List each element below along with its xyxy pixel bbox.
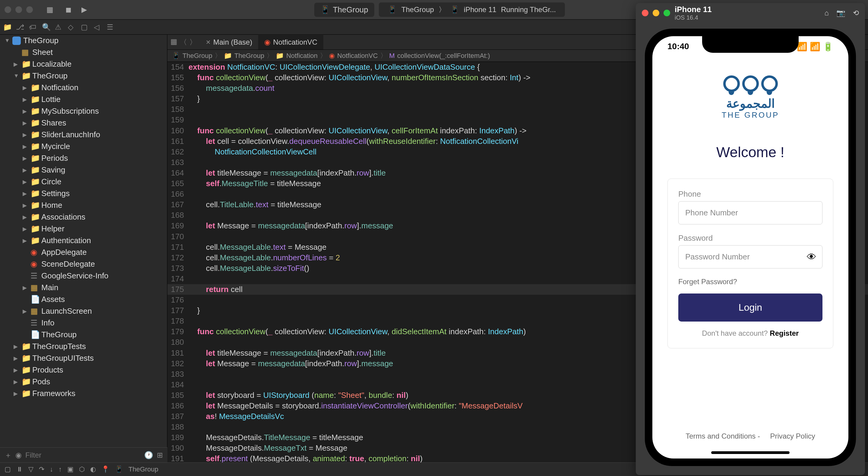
disclosure-triangle[interactable]: ▼	[13, 73, 19, 79]
sim-close-button[interactable]	[642, 10, 648, 16]
disclosure-triangle[interactable]: ▶	[23, 308, 28, 315]
issue-navigator-icon[interactable]: ⚠	[55, 23, 63, 31]
disclosure-triangle[interactable]: ▶	[23, 85, 28, 91]
home-indicator[interactable]	[711, 451, 789, 454]
tree-item-frameworks[interactable]: ▶📁Frameworks	[0, 388, 167, 399]
disclosure-triangle[interactable]: ▶	[23, 155, 28, 162]
add-icon[interactable]: ＋	[4, 450, 12, 460]
tree-item-thegroup[interactable]: 📄TheGroup	[0, 329, 167, 340]
tree-item-mysubscriptions[interactable]: ▶📁MySubscriptions	[0, 105, 167, 117]
filter-input[interactable]	[25, 451, 141, 459]
report-navigator-icon[interactable]: ☰	[107, 23, 115, 31]
breadcrumb-segment[interactable]: Notfication	[286, 52, 318, 60]
breadcrumb-segment[interactable]: TheGroup	[234, 52, 264, 60]
tree-item-thegroupuitests[interactable]: ▶📁TheGroupUITests	[0, 352, 167, 364]
sim-minimize-button[interactable]	[653, 10, 659, 16]
minimize-window-button[interactable]	[16, 6, 22, 13]
recent-icon[interactable]: 🕐	[144, 451, 153, 459]
tree-item-products[interactable]: ▶📁Products	[0, 364, 167, 376]
disclosure-triangle[interactable]: ▶	[23, 190, 28, 197]
tree-item-helper[interactable]: ▶📁Helper	[0, 223, 167, 235]
tab-main-storyboard[interactable]: ✕ Main (Base)	[200, 35, 258, 50]
terms-link[interactable]: Terms and Conditions -	[685, 432, 760, 440]
tree-item-assets[interactable]: 📄Assets	[0, 294, 167, 305]
tree-item-appdelegate[interactable]: ◉AppDelegate	[0, 246, 167, 258]
tree-item-settings[interactable]: ▶📁Settings	[0, 188, 167, 199]
tree-item-notfication[interactable]: ▶📁Notfication	[0, 82, 167, 93]
tree-item-launchscreen[interactable]: ▶▦LaunchScreen	[0, 305, 167, 317]
hide-debug-icon[interactable]: ▢	[4, 466, 11, 473]
tree-item-localizable[interactable]: ▶📁Localizable	[0, 58, 167, 70]
tree-item-circle[interactable]: ▶📁Circle	[0, 176, 167, 188]
activity-viewer[interactable]: 📱 TheGroup 〉 📱 iPhone 11 Running TheGr..…	[379, 2, 565, 17]
disclosure-triangle[interactable]: ▶	[13, 343, 19, 350]
environment-icon[interactable]: ◐	[90, 466, 96, 473]
disclosure-triangle[interactable]: ▶	[23, 179, 28, 185]
sidebar-toggle-icon[interactable]: ▦	[45, 5, 55, 14]
tree-item-pods[interactable]: ▶📁Pods	[0, 376, 167, 388]
test-navigator-icon[interactable]: ◇	[68, 23, 76, 31]
privacy-link[interactable]: Privacy Policy	[770, 432, 815, 440]
related-items-icon[interactable]: ▦	[170, 37, 177, 47]
tree-item-thegroup[interactable]: ▼TheGroup	[0, 35, 167, 47]
tree-item-sliderlanuchinfo[interactable]: ▶📁SliderLanuchInfo	[0, 129, 167, 141]
tree-item-lottie[interactable]: ▶📁Lottie	[0, 93, 167, 105]
tree-item-sheet[interactable]: ▦Sheet	[0, 47, 167, 58]
debug-navigator-icon[interactable]: ▢	[81, 23, 89, 31]
disclosure-triangle[interactable]: ▶	[23, 285, 28, 291]
stop-button[interactable]: ◼	[64, 5, 73, 14]
project-navigator-icon[interactable]: 📁	[3, 23, 11, 31]
tree-item-main[interactable]: ▶▦Main	[0, 282, 167, 294]
sim-zoom-button[interactable]	[663, 10, 670, 16]
password-input[interactable]: Password Number	[678, 245, 823, 268]
disclosure-triangle[interactable]: ▶	[23, 131, 28, 138]
disclosure-triangle[interactable]: ▶	[23, 214, 28, 220]
tree-item-googleservice-info[interactable]: ☰GoogleService-Info	[0, 270, 167, 282]
step-into-icon[interactable]: ↓	[50, 466, 53, 473]
phone-input[interactable]: Phone Number	[678, 201, 823, 225]
device-screen[interactable]: 10:40 📶 📶 🔋 المجموعة THE GROUP Welcome !	[652, 36, 848, 458]
breadcrumb-segment[interactable]: NotficationVC	[337, 52, 378, 60]
tree-item-home[interactable]: ▶📁Home	[0, 199, 167, 211]
disclosure-triangle[interactable]: ▶	[13, 355, 19, 362]
disclosure-triangle[interactable]: ▶	[23, 120, 28, 126]
tree-item-periods[interactable]: ▶📁Periods	[0, 152, 167, 164]
process-icon[interactable]: 📱	[115, 466, 123, 473]
close-tab-icon[interactable]: ✕	[206, 39, 211, 46]
screenshot-icon[interactable]: 📷	[836, 9, 845, 17]
run-button[interactable]: ▶	[79, 5, 89, 14]
source-control-icon[interactable]: ⎇	[16, 23, 25, 31]
debug-view-icon[interactable]: ▣	[67, 466, 73, 473]
breadcrumb-segment[interactable]: collectionView(_:cellForItemAt:)	[397, 52, 490, 60]
disclosure-triangle[interactable]: ▶	[13, 61, 19, 67]
register-link[interactable]: Register	[770, 329, 799, 337]
tree-item-authentication[interactable]: ▶📁Authentication	[0, 235, 167, 246]
disclosure-triangle[interactable]: ▶	[23, 108, 28, 115]
tree-item-associations[interactable]: ▶📁Associations	[0, 211, 167, 223]
show-password-icon[interactable]: 👁	[807, 251, 816, 262]
disclosure-triangle[interactable]: ▶	[23, 202, 28, 209]
breadcrumb-segment[interactable]: TheGroup	[183, 52, 212, 60]
scm-icon[interactable]: ⊞	[157, 451, 163, 459]
disclosure-triangle[interactable]: ▶	[23, 143, 28, 150]
rotate-icon[interactable]: ⟲	[853, 9, 859, 17]
tree-item-thegrouptests[interactable]: ▶📁TheGroupTests	[0, 340, 167, 352]
tree-item-mycircle[interactable]: ▶📁Mycircle	[0, 141, 167, 152]
project-navigator[interactable]: ▼TheGroup▦Sheet▶📁Localizable▼📁TheGroup▶📁…	[0, 35, 167, 463]
home-icon[interactable]: ⌂	[825, 9, 829, 17]
continue-icon[interactable]: ▽	[28, 466, 33, 473]
disclosure-triangle[interactable]: ▶	[13, 390, 19, 397]
disclosure-triangle[interactable]: ▶	[23, 226, 28, 232]
tree-item-saving[interactable]: ▶📁Saving	[0, 164, 167, 176]
find-navigator-icon[interactable]: 🔍	[42, 23, 50, 31]
close-window-button[interactable]	[4, 6, 11, 13]
memory-graph-icon[interactable]: ⬡	[79, 466, 85, 473]
tree-item-thegroup[interactable]: ▼📁TheGroup	[0, 70, 167, 82]
disclosure-triangle[interactable]: ▼	[4, 37, 10, 44]
simulator-window[interactable]: iPhone 11 iOS 16.4 ⌂ 📷 ⟲ 10:40 📶 📶 🔋	[636, 3, 865, 475]
disclosure-triangle[interactable]: ▶	[13, 367, 19, 374]
disclosure-triangle[interactable]: ▶	[23, 96, 28, 103]
disclosure-triangle[interactable]: ▶	[23, 237, 28, 244]
tab-notification-vc[interactable]: ◉ NotficationVC	[258, 35, 323, 50]
disclosure-triangle[interactable]: ▶	[23, 167, 28, 174]
